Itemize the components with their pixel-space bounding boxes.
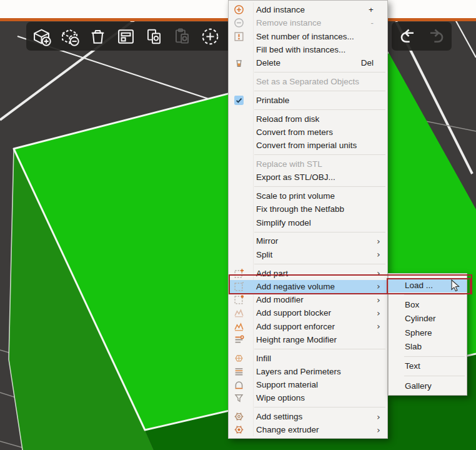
menu-item-split[interactable]: Split› — [229, 248, 387, 261]
menu-item-shortcut: Del — [361, 58, 374, 68]
arrange-icon — [116, 26, 136, 47]
menu-item-printable[interactable]: Printable — [229, 94, 387, 107]
no-icon — [232, 44, 245, 55]
menu-item-label: Infill — [256, 354, 382, 363]
menu-item-slab[interactable]: Slab — [389, 340, 467, 354]
menu-item-label: Add modifier — [256, 295, 375, 304]
menu-item-label: Set number of instances... — [256, 32, 382, 41]
menu-separator — [254, 154, 385, 155]
menu-item-add-support-blocker[interactable]: Add support blocker› — [229, 306, 387, 319]
circle-plus-dashed-icon — [200, 26, 221, 47]
height-range-icon — [232, 334, 245, 345]
menu-item-sphere[interactable]: Sphere — [389, 326, 467, 340]
submenu-arrow-icon: › — [375, 308, 382, 318]
menu-item-fix-through-the-netfabb[interactable]: Fix through the Netfabb — [229, 202, 387, 216]
infill-icon — [232, 353, 245, 364]
support-icon — [232, 379, 245, 390]
add-instance-button[interactable] — [196, 22, 224, 50]
menu-item-convert-from-meters[interactable]: Convert from meters — [229, 126, 387, 139]
menu-item-label: Fill bed with instances... — [256, 45, 382, 54]
copy-button[interactable] — [140, 22, 168, 50]
menu-item-shortcut: - — [371, 18, 374, 28]
menu-item-scale-to-print-volume[interactable]: Scale to print volume — [229, 189, 387, 202]
submenu-arrow-icon: › — [375, 295, 382, 305]
arrange-button[interactable] — [112, 22, 140, 50]
menu-item-add-part[interactable]: Add part› — [229, 266, 387, 279]
circle-plus-icon — [232, 4, 245, 15]
menu-item-fill-bed-with-instances[interactable]: Fill bed with instances... — [229, 43, 387, 56]
menu-item-simplify-model[interactable]: Simplify model — [229, 216, 387, 229]
menu-item-convert-from-imperial-units[interactable]: Convert from imperial units — [229, 139, 387, 152]
undo-button[interactable] — [394, 22, 422, 50]
mouse-cursor-icon — [451, 279, 461, 296]
menu-item-infill[interactable]: Infill — [229, 352, 387, 365]
menu-item-label: Change extruder — [256, 425, 375, 434]
copy-icon — [144, 26, 164, 47]
checkbox-checked-icon — [232, 95, 245, 106]
menu-item-label: Gallery — [405, 381, 462, 391]
menu-item-replace-with-stl[interactable]: Replace with STL — [229, 158, 387, 171]
redo-button[interactable] — [422, 22, 450, 50]
menu-item-delete[interactable]: DeleteDel — [229, 56, 387, 69]
delete-all-button[interactable] — [84, 22, 112, 50]
no-icon — [232, 76, 245, 87]
menu-item-remove-instance[interactable]: Remove instance- — [229, 16, 387, 29]
menu-item-add-settings[interactable]: Add settings› — [229, 410, 387, 423]
menu-item-set-as-a-separated-objects[interactable]: Set as a Separated Objects — [229, 75, 387, 88]
cube-plus-icon — [31, 26, 52, 47]
menu-item-export-as-stl-obj[interactable]: Export as STL/OBJ... — [229, 171, 387, 184]
undo-arrow-icon — [397, 26, 418, 47]
menu-item-set-number-of-instances[interactable]: Set number of instances... — [229, 30, 387, 43]
menu-item-label: Support material — [256, 380, 382, 389]
submenu-arrow-icon: › — [375, 249, 382, 259]
menu-item-support-material[interactable]: Support material — [229, 378, 387, 391]
menu-separator — [254, 264, 385, 264]
dashed-square-icon — [232, 281, 245, 292]
no-icon — [232, 172, 245, 182]
menu-item-box[interactable]: Box — [389, 298, 467, 312]
paste-button[interactable] — [168, 22, 196, 50]
menu-item-add-instance[interactable]: Add instance+ — [229, 3, 387, 16]
menu-item-reload-from-disk[interactable]: Reload from disk — [229, 112, 387, 126]
menu-item-label: Split — [256, 250, 375, 259]
menu-separator — [254, 109, 385, 110]
menu-item-height-range-modifier[interactable]: Height range Modifier — [229, 333, 387, 346]
menu-item-label: Add negative volume — [256, 282, 375, 291]
menu-separator — [254, 349, 385, 349]
menu-item-label: Slab — [405, 342, 462, 351]
menu-item-label: Set as a Separated Objects — [256, 77, 382, 86]
remove-object-button[interactable] — [56, 22, 84, 50]
menu-item-add-support-enforcer[interactable]: Add support enforcer› — [229, 319, 387, 332]
menu-item-label: Add support blocker — [256, 308, 375, 318]
funnel-icon — [232, 392, 245, 403]
menu-item-text[interactable]: Text — [389, 359, 467, 374]
menu-item-label: Scale to print volume — [256, 191, 382, 201]
menu-separator — [254, 186, 385, 187]
circle-minus-icon — [232, 18, 245, 28]
menu-item-label: Text — [405, 361, 462, 371]
menu-item-label: Delete — [256, 58, 354, 68]
menu-item-label: Reload from disk — [256, 114, 382, 124]
menu-item-mirror[interactable]: Mirror› — [229, 234, 387, 248]
menu-item-change-extruder[interactable]: Change extruder› — [229, 423, 387, 436]
add-object-button[interactable] — [27, 22, 56, 50]
submenu-arrow-icon: › — [375, 281, 382, 291]
menu-separator — [254, 407, 385, 408]
cube-minus-icon — [59, 26, 80, 47]
menu-item-shortcut: + — [369, 5, 374, 14]
menu-separator — [254, 91, 385, 91]
menu-separator — [404, 376, 465, 376]
menu-item-wipe-options[interactable]: Wipe options — [229, 391, 387, 404]
menu-item-add-negative-volume[interactable]: Add negative volume› — [229, 280, 387, 293]
no-icon — [232, 191, 245, 201]
menu-item-add-modifier[interactable]: Add modifier› — [229, 293, 387, 306]
menu-item-layers-and-perimeters[interactable]: Layers and Perimeters — [229, 365, 387, 378]
gear-extruder-icon — [232, 424, 245, 435]
menu-item-label: Fix through the Netfabb — [256, 204, 382, 214]
no-icon — [232, 114, 245, 124]
menu-item-label: Height range Modifier — [256, 335, 382, 344]
menu-item-gallery[interactable]: Gallery — [389, 379, 467, 393]
paste-icon — [172, 26, 192, 47]
menu-separator — [404, 356, 465, 357]
menu-item-cylinder[interactable]: Cylinder — [389, 312, 467, 326]
